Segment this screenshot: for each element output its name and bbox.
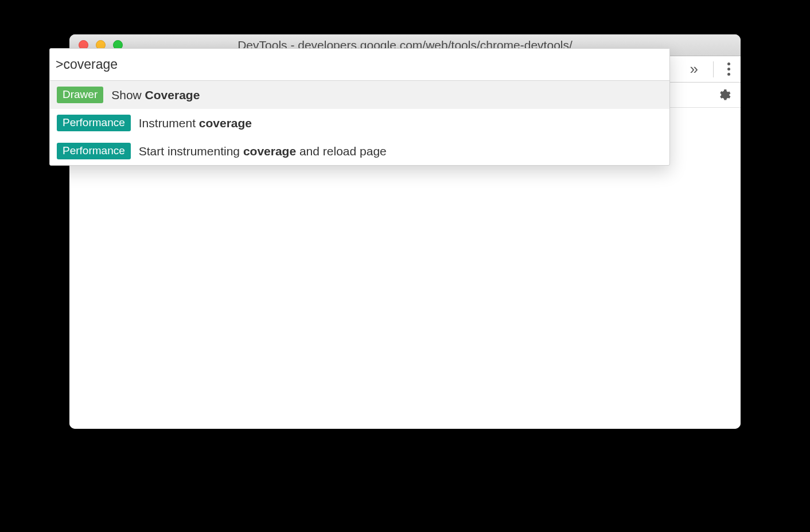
command-menu: DrawerShow CoveragePerformanceInstrument… <box>69 48 670 166</box>
command-menu-item[interactable]: PerformanceInstrument coverage <box>69 109 669 137</box>
command-menu-item[interactable]: DrawerShow Coverage <box>69 81 669 109</box>
kebab-menu-icon[interactable] <box>727 62 730 76</box>
command-label: Instrument coverage <box>139 116 252 130</box>
command-badge: Drawer <box>69 87 103 103</box>
more-tabs-icon[interactable]: » <box>690 60 698 78</box>
command-menu-list: DrawerShow CoveragePerformanceInstrument… <box>69 81 669 165</box>
command-badge: Performance <box>69 115 131 131</box>
devtools-window: DevTools - developers.google.com/web/too… <box>69 34 741 429</box>
command-menu-item[interactable]: PerformanceStart instrumenting coverage … <box>69 137 669 165</box>
command-badge: Performance <box>69 143 131 159</box>
toolbar-separator <box>713 61 714 77</box>
command-menu-input[interactable] <box>69 49 669 81</box>
command-label: Start instrumenting coverage and reload … <box>139 144 387 158</box>
console-settings-icon[interactable] <box>714 85 734 105</box>
command-label: Show Coverage <box>111 88 200 102</box>
